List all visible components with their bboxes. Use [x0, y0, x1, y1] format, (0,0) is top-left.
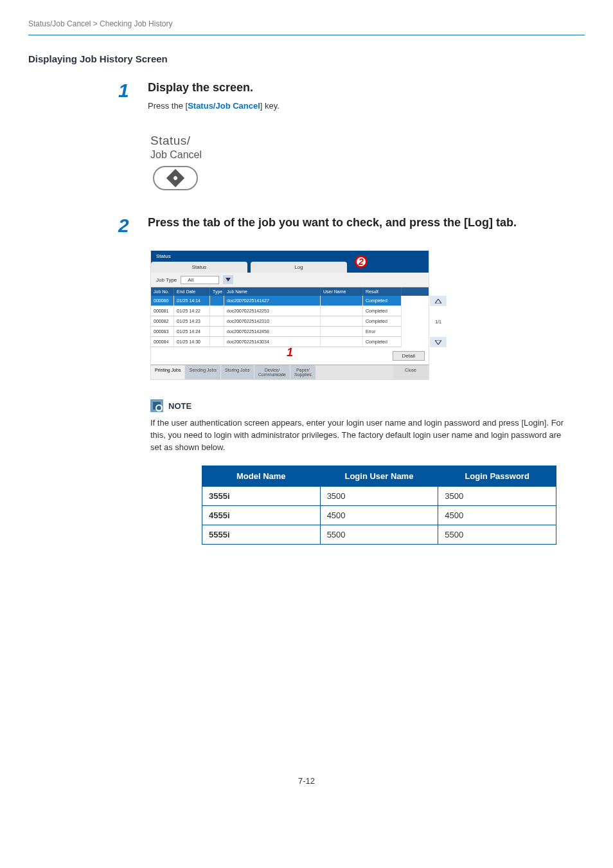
- col-result[interactable]: Result: [363, 287, 402, 296]
- detail-button[interactable]: Detail: [393, 351, 425, 361]
- tab-storing-jobs[interactable]: Storing Jobs: [221, 365, 254, 379]
- cell-jobname: doc20070225142310: [224, 316, 321, 327]
- cell-jobname: doc20070225143034: [224, 337, 321, 347]
- cell-jobname: doc20070225141427: [224, 296, 321, 306]
- cell-result: Completed: [363, 296, 402, 306]
- cell-model: 3555i: [202, 486, 321, 505]
- step1-text: Press the [Status/Job Cancel] key.: [148, 101, 585, 111]
- cell-jobno: 000081: [151, 306, 174, 316]
- step-2: 2 Press the tab of the job you want to c…: [118, 216, 585, 236]
- callout-1: 1: [287, 346, 293, 359]
- cell-enddate: 01/25 14:24: [174, 327, 210, 337]
- tab-sending-jobs[interactable]: Sending Jobs: [185, 365, 220, 379]
- cell-jobno: 000084: [151, 337, 174, 347]
- status-job-cancel-button-graphic: [153, 166, 198, 190]
- key-label-line2: Job Cancel: [150, 149, 240, 161]
- cell-pass: 4500: [438, 505, 556, 525]
- cell-model: 4555i: [202, 505, 321, 525]
- tab-printing-jobs[interactable]: Printing Jobs: [151, 365, 184, 379]
- col-model-name: Model Name: [202, 466, 321, 486]
- table-row[interactable]: 000080 01/25 14:14 doc20070225141427 Com…: [151, 296, 429, 306]
- step1-heading: Display the screen.: [148, 81, 585, 95]
- cell-enddate: 01/25 14:14: [174, 296, 210, 306]
- table-row: 5555i 5500 5500: [202, 525, 556, 544]
- log-table-header: Job No. End Date Type Job Name User Name…: [151, 287, 429, 296]
- cell-type: [210, 316, 224, 327]
- cell-result: Completed: [363, 337, 402, 347]
- col-login-user: Login User Name: [320, 466, 438, 486]
- table-row[interactable]: 000082 01/25 14:23 doc20070225142310 Com…: [151, 316, 429, 327]
- cell-username: [321, 337, 363, 347]
- cell-type: [210, 296, 224, 306]
- device-titlebar: Status: [151, 251, 429, 262]
- cell-username: [321, 296, 363, 306]
- cell-jobname: doc20070225142458: [224, 327, 321, 337]
- step-number-2: 2: [118, 216, 136, 235]
- cell-jobno: 000080: [151, 296, 174, 306]
- note-title: NOTE: [168, 401, 191, 411]
- tab-status[interactable]: Status: [151, 262, 247, 273]
- cell-enddate: 01/25 14:23: [174, 316, 210, 327]
- step2-heading: Press the tab of the job you want to che…: [148, 216, 585, 230]
- cell-user: 5500: [320, 525, 438, 544]
- cell-enddate: 01/25 14:22: [174, 306, 210, 316]
- tab-device-communicate[interactable]: Device/ Communicate: [254, 365, 290, 379]
- note-icon: [150, 399, 163, 412]
- table-row: 4555i 4500 4500: [202, 505, 556, 525]
- table-row: 3555i 3500 3500: [202, 486, 556, 505]
- table-row[interactable]: 000083 01/25 14:24 doc20070225142458 Err…: [151, 327, 429, 337]
- col-jobno[interactable]: Job No.: [151, 287, 174, 296]
- cell-pass: 3500: [438, 486, 556, 505]
- page-number: 7-12: [28, 776, 585, 786]
- step-number-1: 1: [118, 81, 136, 100]
- col-enddate[interactable]: End Date: [174, 287, 210, 296]
- table-row[interactable]: 000081 01/25 14:22 doc20070225142253 Com…: [151, 306, 429, 316]
- key-label-line1: Status/: [150, 134, 240, 148]
- col-username[interactable]: User Name: [321, 287, 363, 296]
- tab-log-label: Log: [294, 264, 303, 270]
- credentials-table: Model Name Login User Name Login Passwor…: [202, 466, 556, 545]
- col-login-pass: Login Password: [438, 466, 556, 486]
- cell-jobno: 000083: [151, 327, 174, 337]
- tab-log[interactable]: Log 2: [251, 262, 347, 273]
- close-button[interactable]: Close: [393, 365, 428, 379]
- cell-username: [321, 306, 363, 316]
- chevron-down-icon[interactable]: [223, 275, 233, 284]
- cell-type: [210, 306, 224, 316]
- jobtype-label: Job Type: [156, 277, 177, 283]
- step-1: 1 Display the screen. Press the [Status/…: [118, 81, 585, 120]
- cell-jobname: doc20070225142253: [224, 306, 321, 316]
- cell-result: Completed: [363, 306, 402, 316]
- cell-username: [321, 316, 363, 327]
- table-row[interactable]: 000084 01/25 14:30 doc20070225143034 Com…: [151, 337, 429, 347]
- step1-suffix: ] key.: [260, 101, 280, 111]
- key-illustration: Status/ Job Cancel: [150, 134, 240, 190]
- cell-enddate: 01/25 14:30: [174, 337, 210, 347]
- step1-prefix: Press the [: [148, 101, 188, 111]
- device-screen: Status Status Log 2 Job Type All Job No.…: [150, 250, 429, 380]
- col-type[interactable]: Type: [210, 287, 224, 296]
- cell-type: [210, 327, 224, 337]
- cell-pass: 5500: [438, 525, 556, 544]
- note-text: If the user authentication screen appear…: [150, 417, 574, 454]
- scroll-up-button[interactable]: [430, 296, 447, 306]
- cell-user: 4500: [320, 505, 438, 525]
- cell-result: Completed: [363, 316, 402, 327]
- page-indicator: 1/1: [430, 306, 447, 337]
- jobtype-select[interactable]: All: [181, 276, 219, 284]
- col-jobname[interactable]: Job Name: [224, 287, 321, 296]
- cell-type: [210, 337, 224, 347]
- tab-paper-supplies[interactable]: Paper/ Supplies: [290, 365, 315, 379]
- cell-username: [321, 327, 363, 337]
- cell-jobno: 000082: [151, 316, 174, 327]
- cell-user: 3500: [320, 486, 438, 505]
- status-job-cancel-key-name: Status/Job Cancel: [188, 101, 260, 111]
- section-title: Displaying Job History Screen: [28, 53, 585, 64]
- cell-result: Error: [363, 327, 402, 337]
- scroll-down-button[interactable]: [430, 337, 447, 347]
- diamond-icon: [166, 169, 184, 187]
- breadcrumb: Status/Job Cancel > Checking Job History: [28, 19, 585, 35]
- cell-model: 5555i: [202, 525, 321, 544]
